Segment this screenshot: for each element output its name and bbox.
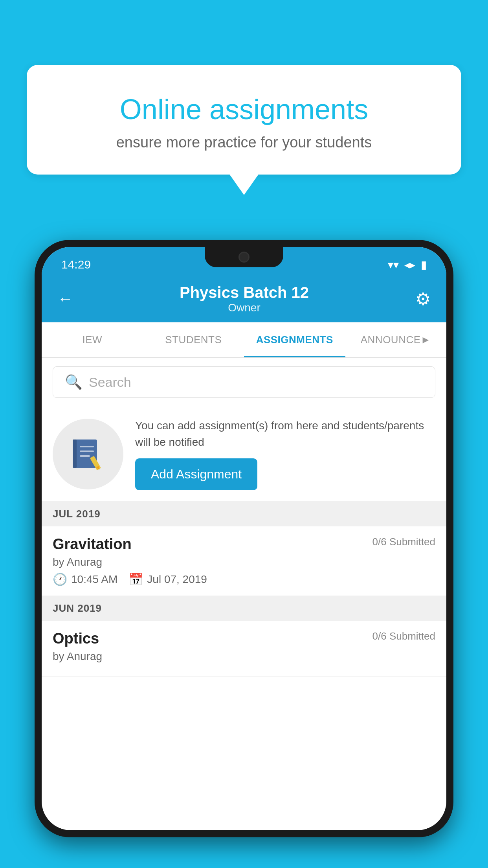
search-bar[interactable]: 🔍 Search [53,366,435,398]
assignment-time-gravitation: 🕐 10:45 AM [53,572,117,586]
section-jul-2019: JUL 2019 [42,502,446,526]
assignment-by-gravitation: by Anurag [53,556,435,568]
phone-outer: 14:29 ▾▾ ◂▸ ▮ ← Physics Batch 12 Owner ⚙… [35,240,453,837]
assignment-icon-circle [53,419,123,489]
assignment-status-gravitation: 0/6 Submitted [372,536,435,548]
content-area: 🔍 Search [42,358,446,677]
svg-rect-3 [80,451,94,452]
status-icons: ▾▾ ◂▸ ▮ [388,258,427,271]
assignment-item-optics[interactable]: Optics 0/6 Submitted by Anurag [42,621,446,677]
tab-bar: IEW STUDENTS ASSIGNMENTS ANNOUNCE► [42,322,446,358]
header-center: Physics Batch 12 Owner [180,284,309,314]
phone-camera [238,252,250,263]
search-icon: 🔍 [65,374,83,390]
phone-container: 14:29 ▾▾ ◂▸ ▮ ← Physics Batch 12 Owner ⚙… [35,240,453,837]
signal-icon: ◂▸ [404,258,415,271]
bubble-subtitle: ensure more practice for your students [50,134,438,151]
header-subtitle: Owner [180,302,309,314]
back-button[interactable]: ← [57,290,73,308]
assignment-info: You can add assignment(s) from here and … [135,417,435,490]
tab-announcements[interactable]: ANNOUNCE► [345,322,447,357]
svg-rect-4 [80,455,90,457]
svg-rect-2 [80,446,94,447]
assignment-name-gravitation: Gravitation [53,536,132,553]
notebook-svg-icon [70,436,106,472]
wifi-icon: ▾▾ [388,258,399,271]
calendar-icon: 📅 [128,572,143,586]
assignment-time-text: 10:45 AM [71,573,117,586]
tab-iew[interactable]: IEW [42,322,143,357]
phone-screen: 14:29 ▾▾ ◂▸ ▮ ← Physics Batch 12 Owner ⚙… [42,247,446,830]
assignment-status-optics: 0/6 Submitted [372,630,435,642]
svg-rect-1 [73,440,77,468]
assignment-date-text: Jul 07, 2019 [147,573,207,586]
assignment-meta-gravitation: 🕐 10:45 AM 📅 Jul 07, 2019 [53,572,435,586]
add-assignment-button[interactable]: Add Assignment [135,458,257,490]
tab-students[interactable]: STUDENTS [143,322,244,357]
assignment-item-gravitation[interactable]: Gravitation 0/6 Submitted by Anurag 🕐 10… [42,526,446,596]
assignment-name-optics: Optics [53,630,99,647]
phone-notch [205,247,283,267]
status-time: 14:29 [61,258,91,271]
add-assignment-banner: You can add assignment(s) from here and … [42,406,446,502]
assignment-date-gravitation: 📅 Jul 07, 2019 [128,572,207,586]
tab-assignments[interactable]: ASSIGNMENTS [244,322,345,357]
assignment-description: You can add assignment(s) from here and … [135,417,435,451]
search-bar-wrapper: 🔍 Search [42,358,446,406]
gear-icon[interactable]: ⚙ [415,289,431,309]
bubble-title: Online assignments [50,92,438,126]
assignment-item-header: Gravitation 0/6 Submitted [53,536,435,553]
search-placeholder: Search [89,375,131,390]
app-header: ← Physics Batch 12 Owner ⚙ [42,275,446,322]
assignment-by-optics: by Anurag [53,650,435,663]
header-title: Physics Batch 12 [180,284,309,302]
speech-bubble: Online assignments ensure more practice … [27,65,461,175]
clock-icon: 🕐 [53,572,67,586]
section-jun-2019: JUN 2019 [42,596,446,621]
assignment-item-header-optics: Optics 0/6 Submitted [53,630,435,647]
battery-icon: ▮ [421,258,427,271]
